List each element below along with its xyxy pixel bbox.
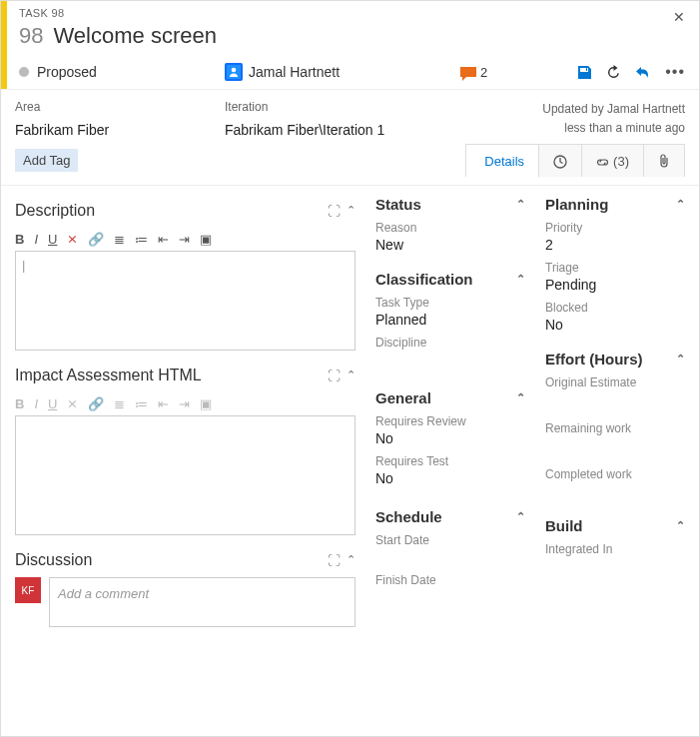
bold-icon[interactable]: B: [15, 232, 24, 247]
collapse-icon[interactable]: ⌃: [516, 391, 525, 404]
comment-count[interactable]: 2: [460, 63, 487, 80]
outdent-icon[interactable]: ⇤: [158, 232, 169, 247]
tab-links[interactable]: (3): [582, 145, 644, 177]
add-tag-button[interactable]: Add Tag: [15, 149, 78, 172]
remove-format-icon[interactable]: ⨯: [67, 232, 78, 247]
remove-format-icon[interactable]: ⨯: [67, 396, 78, 411]
description-input[interactable]: |: [15, 251, 355, 351]
undo-icon[interactable]: [635, 63, 651, 81]
work-item-title[interactable]: Welcome screen: [53, 23, 216, 49]
blocked-value[interactable]: No: [545, 317, 685, 333]
review-label: Requires Review: [375, 414, 525, 428]
link-tool-icon[interactable]: 🔗: [88, 232, 104, 247]
italic-icon[interactable]: I: [34, 396, 38, 411]
fullscreen-icon[interactable]: ⛶: [328, 553, 341, 568]
close-icon[interactable]: ✕: [673, 9, 685, 25]
bullet-list-icon[interactable]: ≣: [114, 232, 125, 247]
italic-icon[interactable]: I: [34, 232, 38, 247]
description-heading: Description: [15, 202, 95, 220]
fullscreen-icon[interactable]: ⛶: [328, 204, 341, 219]
collapse-icon[interactable]: ⌃: [676, 519, 685, 532]
more-actions-icon[interactable]: •••: [665, 63, 685, 81]
review-value[interactable]: No: [375, 430, 525, 446]
link-icon: [596, 154, 609, 169]
discipline-label: Discipline: [375, 336, 525, 350]
area-label: Area: [15, 100, 225, 114]
area-value[interactable]: Fabrikam Fiber: [15, 122, 225, 138]
triage-label: Triage: [545, 261, 685, 275]
test-label: Requires Test: [375, 454, 525, 468]
state-field[interactable]: Proposed: [19, 64, 219, 80]
reason-value[interactable]: New: [375, 237, 525, 253]
tab-history[interactable]: [539, 145, 582, 177]
collapse-icon[interactable]: ⌃: [676, 198, 685, 211]
comment-input[interactable]: Add a comment: [49, 577, 355, 627]
impact-input[interactable]: [15, 415, 355, 535]
completed-work-value[interactable]: [545, 483, 685, 499]
updated-when: less than a minute ago: [542, 119, 685, 138]
build-heading: Build: [545, 517, 583, 534]
comment-icon: [460, 63, 476, 80]
underline-icon[interactable]: U: [48, 396, 57, 411]
schedule-heading: Schedule: [375, 508, 442, 525]
number-list-icon[interactable]: ≔: [135, 232, 148, 247]
collapse-icon[interactable]: ⌃: [516, 510, 525, 523]
work-item-type: TASK 98: [19, 7, 685, 19]
iteration-value[interactable]: Fabrikam Fiber\Iteration 1: [225, 122, 434, 138]
number-list-icon[interactable]: ≔: [135, 396, 148, 411]
state-dot-icon: [19, 67, 29, 77]
collapse-icon[interactable]: ⌃: [516, 198, 525, 211]
indent-icon[interactable]: ⇥: [179, 232, 190, 247]
bullet-list-icon[interactable]: ≣: [114, 396, 125, 411]
underline-icon[interactable]: U: [48, 232, 57, 247]
general-heading: General: [375, 389, 431, 406]
refresh-icon[interactable]: [606, 63, 621, 81]
original-estimate-value[interactable]: [545, 391, 685, 407]
image-icon[interactable]: ▣: [200, 396, 212, 411]
svg-point-1: [232, 68, 237, 73]
links-count: (3): [613, 154, 629, 169]
startdate-value[interactable]: [375, 549, 525, 565]
fullscreen-icon[interactable]: ⛶: [328, 368, 341, 383]
collapse-icon[interactable]: ⌃: [347, 204, 355, 219]
rte-toolbar-description: B I U ⨯ 🔗 ≣ ≔ ⇤ ⇥ ▣: [15, 228, 355, 251]
classification-heading: Classification: [375, 271, 473, 288]
state-value: Proposed: [37, 64, 97, 80]
planning-heading: Planning: [545, 196, 608, 213]
tab-attachments[interactable]: [644, 145, 684, 177]
discussion-heading: Discussion: [15, 551, 92, 569]
indent-icon[interactable]: ⇥: [179, 396, 190, 411]
discipline-value[interactable]: [375, 352, 525, 368]
startdate-label: Start Date: [375, 533, 525, 547]
triage-value[interactable]: Pending: [545, 277, 685, 293]
tab-details[interactable]: Details: [466, 145, 539, 178]
outdent-icon[interactable]: ⇤: [158, 396, 169, 411]
current-user-avatar: KF: [15, 577, 41, 603]
collapse-icon[interactable]: ⌃: [347, 553, 355, 568]
impact-heading: Impact Assessment HTML: [15, 367, 202, 384]
priority-label: Priority: [545, 221, 685, 235]
rte-toolbar-impact: B I U ⨯ 🔗 ≣ ≔ ⇤ ⇥ ▣: [15, 392, 355, 415]
finishdate-label: Finish Date: [375, 573, 525, 587]
work-item-id: 98: [19, 23, 43, 49]
link-tool-icon[interactable]: 🔗: [88, 396, 104, 411]
priority-value[interactable]: 2: [545, 237, 685, 253]
assignee-name: Jamal Hartnett: [249, 64, 340, 80]
tasktype-value[interactable]: Planned: [375, 312, 525, 328]
save-icon[interactable]: [577, 63, 592, 81]
image-icon[interactable]: ▣: [200, 232, 212, 247]
collapse-icon[interactable]: ⌃: [676, 353, 685, 366]
comment-count-value: 2: [480, 65, 487, 80]
attachment-icon: [658, 153, 670, 169]
avatar-icon: [225, 63, 243, 81]
integrated-in-label: Integrated In: [545, 542, 685, 556]
collapse-icon[interactable]: ⌃: [516, 273, 525, 286]
bold-icon[interactable]: B: [15, 396, 24, 411]
test-value[interactable]: No: [375, 470, 525, 486]
remaining-work-value[interactable]: [545, 437, 685, 453]
collapse-icon[interactable]: ⌃: [347, 368, 355, 383]
status-heading: Status: [375, 196, 421, 213]
assignee-field[interactable]: Jamal Hartnett: [225, 63, 424, 81]
effort-heading: Effort (Hours): [545, 351, 643, 368]
original-estimate-label: Original Estimate: [545, 375, 685, 389]
